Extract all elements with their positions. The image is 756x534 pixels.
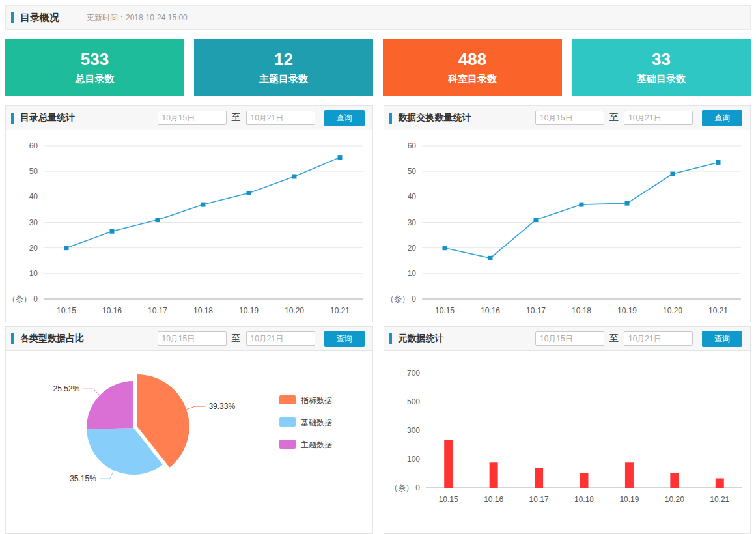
bar xyxy=(624,462,633,488)
stat-label: 基础目录数 xyxy=(637,73,686,85)
data-point-marker xyxy=(201,203,206,207)
panel-header: 数据交换数量统计 至 查询 xyxy=(384,106,751,130)
x-tick-label: 10.20 xyxy=(662,306,682,315)
panel-title: 元数据统计 xyxy=(399,333,444,344)
legend-label: 主题数据 xyxy=(301,440,332,449)
start-date-input[interactable] xyxy=(535,331,604,346)
title-accent-bar xyxy=(11,113,14,124)
data-point-marker xyxy=(64,246,69,250)
legend-label: 基础数据 xyxy=(301,418,332,427)
to-label: 至 xyxy=(609,112,619,124)
stat-card-theme-catalogs: 12 主题目录数 xyxy=(194,39,373,96)
x-tick-label: 10.15 xyxy=(434,306,454,315)
y-tick-label: （条） 0 xyxy=(385,294,415,303)
stat-label: 主题目录数 xyxy=(259,73,308,85)
start-date-input[interactable] xyxy=(535,111,604,125)
date-range-controls: 至 查询 xyxy=(158,331,365,347)
pie-label-line xyxy=(83,389,100,395)
pie-percent-label: 25.52% xyxy=(53,384,80,393)
stat-value: 33 xyxy=(652,50,671,69)
x-tick-label: 10.19 xyxy=(617,306,636,315)
line-chart-catalog-total: （条） 010203040506010.1510.1610.1710.1810.… xyxy=(6,130,372,322)
stat-card-department-catalogs: 488 科室目录数 xyxy=(383,39,562,96)
stat-value: 488 xyxy=(458,50,486,69)
query-button[interactable]: 查询 xyxy=(702,110,742,126)
x-tick-label: 10.20 xyxy=(285,306,304,315)
y-tick-label: 20 xyxy=(29,244,38,253)
dashboard: 目录概况 更新时间：2018-10-24 15:00 533 总目录数 12 主… xyxy=(0,0,756,534)
bar xyxy=(580,473,588,488)
data-point-marker xyxy=(442,246,447,250)
to-label: 至 xyxy=(232,112,241,124)
start-date-input[interactable] xyxy=(158,111,227,125)
y-tick-label: 10 xyxy=(29,269,38,278)
x-tick-label: 10.21 xyxy=(710,495,729,504)
panels-grid: 目录总量统计 至 查询 （条） 010203040506010.1510.161… xyxy=(5,105,751,534)
data-point-marker xyxy=(292,175,297,179)
y-tick-label: 50 xyxy=(407,167,416,176)
start-date-input[interactable] xyxy=(158,331,227,346)
panel-header: 元数据统计 至 查询 xyxy=(384,327,751,351)
data-point-marker xyxy=(670,172,675,176)
stat-card-basic-catalogs: 33 基础目录数 xyxy=(572,39,751,96)
y-tick-label: 40 xyxy=(407,192,416,201)
end-date-input[interactable] xyxy=(246,331,315,346)
panel-header: 各类型数据占比 至 查询 xyxy=(6,327,372,351)
x-tick-label: 10.19 xyxy=(239,306,259,315)
data-point-marker xyxy=(716,160,720,165)
data-point-marker xyxy=(533,218,538,222)
panel-header: 目录总量统计 至 查询 xyxy=(6,106,372,130)
x-tick-label: 10.17 xyxy=(525,306,545,315)
stat-value: 533 xyxy=(81,50,109,69)
end-date-input[interactable] xyxy=(246,111,315,125)
x-tick-label: 10.16 xyxy=(484,495,503,504)
line-chart-svg: （条） 010203040506010.1510.1610.1710.1810.… xyxy=(6,130,372,322)
stat-label: 总目录数 xyxy=(76,73,115,85)
end-date-input[interactable] xyxy=(624,111,693,125)
pie-percent-label: 35.15% xyxy=(70,474,96,483)
x-tick-label: 10.17 xyxy=(529,495,548,504)
data-point-marker xyxy=(338,155,343,160)
y-tick-label: 30 xyxy=(407,218,416,227)
y-tick-label: 20 xyxy=(407,244,416,253)
x-tick-label: 10.21 xyxy=(708,306,727,315)
query-button[interactable]: 查询 xyxy=(324,331,365,347)
x-tick-label: 10.18 xyxy=(571,306,591,315)
stat-label: 科室目录数 xyxy=(448,73,497,85)
x-tick-label: 10.19 xyxy=(619,495,639,504)
stat-value: 12 xyxy=(274,50,293,69)
stat-cards-row: 533 总目录数 12 主题目录数 488 科室目录数 33 基础目录数 xyxy=(5,39,751,96)
y-tick-label: 60 xyxy=(29,141,38,150)
date-range-controls: 至 查询 xyxy=(158,110,365,126)
query-button[interactable]: 查询 xyxy=(324,110,365,126)
end-date-input[interactable] xyxy=(624,331,693,346)
y-tick-label: 30 xyxy=(29,218,38,227)
stat-card-total-catalogs: 533 总目录数 xyxy=(5,39,184,96)
y-tick-label: 50 xyxy=(29,167,38,176)
y-tick-label: 500 xyxy=(406,397,419,406)
x-tick-label: 10.15 xyxy=(438,495,458,504)
y-tick-label: （条） 0 xyxy=(389,483,419,492)
bar xyxy=(670,473,679,488)
x-tick-label: 10.18 xyxy=(574,495,593,504)
query-button[interactable]: 查询 xyxy=(702,331,742,347)
data-point-marker xyxy=(110,229,115,234)
x-tick-label: 10.15 xyxy=(57,306,76,315)
title-accent-bar xyxy=(389,333,392,344)
x-tick-label: 10.18 xyxy=(193,306,213,315)
legend-swatch xyxy=(279,440,296,449)
to-label: 至 xyxy=(609,333,619,344)
pie-chart-svg: 39.33%35.15%25.52%指标数据基础数据主题数据 xyxy=(6,351,372,533)
legend-label: 指标数据 xyxy=(300,396,332,405)
y-tick-label: 60 xyxy=(407,141,416,150)
panel-title: 目录总量统计 xyxy=(20,112,75,124)
bar xyxy=(535,468,543,488)
panel-metadata-stats: 元数据统计 至 查询 （条） 010030050070010.1510.1610… xyxy=(384,326,751,534)
y-tick-label: 300 xyxy=(406,426,419,435)
bar xyxy=(715,478,723,488)
page-title: 目录概况 xyxy=(20,12,59,24)
panel-title: 各类型数据占比 xyxy=(20,333,84,344)
data-point-marker xyxy=(624,201,629,206)
line-series xyxy=(445,162,718,258)
y-tick-label: 10 xyxy=(407,269,416,278)
